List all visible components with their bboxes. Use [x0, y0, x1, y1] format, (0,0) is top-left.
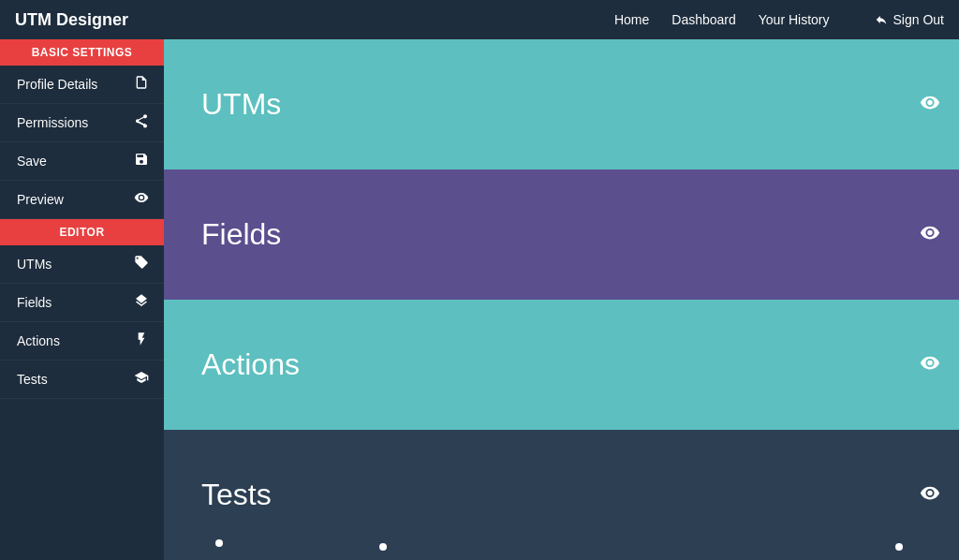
save-label: Save — [17, 154, 47, 169]
top-nav: UTM Designer Home Dashboard Your History… — [0, 0, 959, 39]
nav-your-history[interactable]: Your History — [759, 12, 830, 27]
save-icon — [134, 152, 149, 170]
sign-out-icon — [875, 13, 888, 26]
nav-links: Home Dashboard Your History Sign Out — [614, 12, 944, 27]
sign-out-button[interactable]: Sign Out — [875, 12, 944, 27]
utms-eye-icon[interactable] — [920, 92, 940, 117]
dot-2 — [379, 543, 387, 551]
sidebar-item-save[interactable]: Save — [0, 142, 164, 181]
content-block-utms: UTMs — [164, 39, 959, 169]
sidebar: BASIC SETTINGS Profile Details Permissio… — [0, 39, 164, 560]
graduation-icon — [134, 370, 149, 389]
actions-label: Actions — [17, 333, 60, 348]
sidebar-item-actions[interactable]: Actions — [0, 322, 164, 361]
content-block-actions: Actions — [164, 300, 959, 430]
main-layout: BASIC SETTINGS Profile Details Permissio… — [0, 39, 959, 560]
tests-eye-icon[interactable] — [920, 482, 940, 508]
tests-block-title: Tests — [201, 478, 272, 512]
tests-label: Tests — [17, 372, 48, 387]
sidebar-item-fields[interactable]: Fields — [0, 284, 164, 322]
actions-eye-icon[interactable] — [920, 352, 940, 377]
sidebar-item-profile-details[interactable]: Profile Details — [0, 66, 164, 104]
nav-home[interactable]: Home — [614, 12, 649, 27]
profile-details-label: Profile Details — [17, 77, 97, 92]
actions-block-title: Actions — [201, 347, 300, 382]
sidebar-item-preview[interactable]: Preview — [0, 181, 164, 219]
sidebar-item-utms[interactable]: UTMs — [0, 245, 164, 284]
sidebar-item-permissions[interactable]: Permissions — [0, 104, 164, 142]
fields-block-title: Fields — [201, 217, 281, 252]
editor-header: EDITOR — [0, 219, 164, 245]
content-block-tests: Tests — [164, 430, 959, 560]
basic-settings-header: BASIC SETTINGS — [0, 39, 164, 66]
dot-3 — [895, 543, 903, 551]
utms-block-title: UTMs — [201, 87, 281, 122]
fields-label: Fields — [17, 295, 52, 310]
preview-eye-icon — [134, 190, 149, 209]
permissions-label: Permissions — [17, 115, 88, 130]
dot-1 — [215, 539, 223, 547]
layers-icon — [134, 293, 149, 312]
share-icon — [134, 113, 149, 132]
preview-label: Preview — [17, 192, 64, 207]
content-area: UTMs Fields Actions Tests — [164, 39, 959, 560]
fields-eye-icon[interactable] — [920, 222, 940, 247]
file-icon — [134, 75, 149, 94]
content-block-fields: Fields — [164, 169, 959, 300]
utms-label: UTMs — [17, 257, 52, 272]
sidebar-item-tests[interactable]: Tests — [0, 361, 164, 399]
app-logo: UTM Designer — [15, 10, 128, 30]
nav-dashboard[interactable]: Dashboard — [671, 12, 736, 27]
bolt-icon — [134, 332, 149, 350]
tag-icon — [134, 255, 149, 273]
